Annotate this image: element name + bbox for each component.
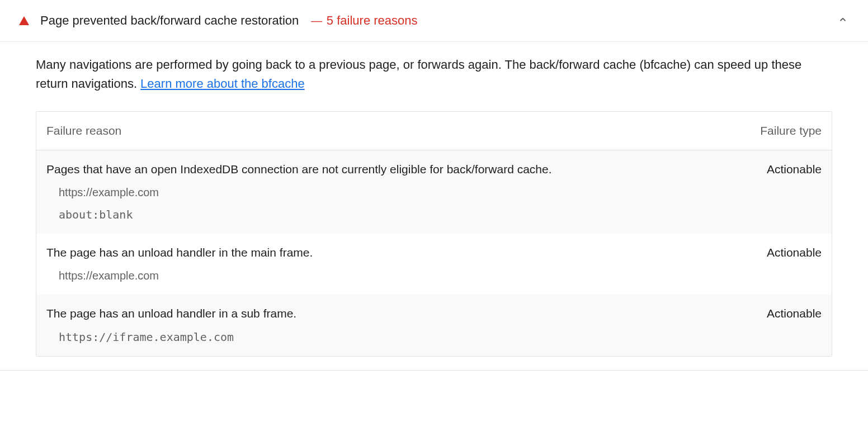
learn-more-link[interactable]: Learn more about the bfcache [140,77,305,91]
failure-url: https://example.com [59,186,822,199]
failure-url: about:blank [59,208,822,221]
failure-url-list: https://iframe.example.com [46,330,822,344]
dash-separator: — [311,15,322,27]
failure-url: https://example.com [59,269,822,282]
chevron-up-icon[interactable] [838,15,848,27]
col-header-reason: Failure reason [46,124,732,138]
triangle-warning-icon [19,16,29,25]
table-body: Pages that have an open IndexedDB connec… [36,150,832,356]
table-row: The page has an unload handler in a sub … [36,295,832,356]
failure-table: Failure reason Failure type Pages that h… [36,111,832,357]
failure-type-text: Actionable [732,307,822,320]
audit-description: Many navigations are performed by going … [36,55,832,93]
audit-subtitle: 5 failure reasons [327,13,418,27]
failure-type-text: Actionable [732,163,822,176]
table-row: Pages that have an open IndexedDB connec… [36,150,832,234]
audit-title: Page prevented back/forward cache restor… [40,13,299,28]
audit-header[interactable]: Page prevented back/forward cache restor… [0,0,868,42]
failure-reason-text: Pages that have an open IndexedDB connec… [46,163,732,176]
table-header-row: Failure reason Failure type [36,112,832,150]
failure-reason-text: The page has an unload handler in a sub … [46,307,732,320]
failure-url-list: https://example.comabout:blank [46,186,822,221]
bfcache-audit-panel: Page prevented back/forward cache restor… [0,0,868,371]
failure-url: https://iframe.example.com [59,330,822,344]
table-row: The page has an unload handler in the ma… [36,234,832,295]
col-header-type: Failure type [732,124,822,138]
audit-content: Many navigations are performed by going … [0,42,868,357]
failure-url-list: https://example.com [46,269,822,282]
failure-type-text: Actionable [732,246,822,259]
failure-reason-text: The page has an unload handler in the ma… [46,246,732,259]
